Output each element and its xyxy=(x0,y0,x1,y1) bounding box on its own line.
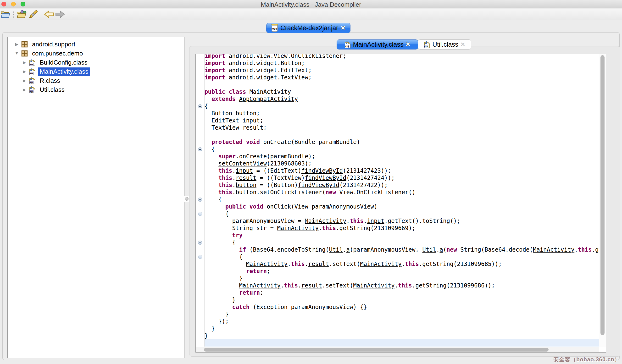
code-keyword: void xyxy=(250,203,263,210)
fold-collapse-icon[interactable] xyxy=(198,197,202,202)
fold-collapse-icon[interactable] xyxy=(198,104,202,108)
code-line: { xyxy=(196,239,599,246)
code-plain: . xyxy=(402,261,405,267)
editor-tab-util-class[interactable]: 010Util.class✕ xyxy=(418,39,471,50)
tree-item-buildconfig-class[interactable]: ▶010BuildConfig.class xyxy=(8,58,184,67)
vertical-scrollbar[interactable] xyxy=(599,54,606,347)
svg-text:010: 010 xyxy=(29,73,33,75)
code-reference-link[interactable]: input xyxy=(236,167,253,174)
code-reference-link[interactable]: result xyxy=(236,174,256,181)
toolbar-separator xyxy=(13,11,14,18)
back-button[interactable] xyxy=(43,9,55,19)
tree-item-label[interactable]: R.class xyxy=(38,77,62,85)
code-plain: . xyxy=(232,189,236,196)
tree-item-android-support[interactable]: ▶android.support xyxy=(8,40,184,49)
code-reference-link[interactable]: MainActivity xyxy=(277,225,318,231)
tree-item-r-class[interactable]: ▶010R.class xyxy=(8,76,184,85)
code-plain: . xyxy=(281,282,284,289)
code-gutter xyxy=(196,131,205,138)
code-keyword: new xyxy=(326,189,336,196)
code-reference-link[interactable]: MainActivity xyxy=(353,282,394,289)
close-tab-icon[interactable]: ✕ xyxy=(406,41,410,48)
svg-text:010: 010 xyxy=(424,45,428,48)
code-plain: android.widget.TextView; xyxy=(225,74,312,81)
fold-collapse-icon[interactable] xyxy=(198,255,202,259)
code-plain: { xyxy=(205,211,229,217)
fold-collapse-icon[interactable] xyxy=(198,212,202,216)
code-gutter xyxy=(196,325,205,332)
horizontal-scrollbar-thumb[interactable] xyxy=(204,348,548,352)
code-reference-link[interactable]: result xyxy=(301,282,322,289)
code-reference-link[interactable]: a xyxy=(346,246,350,253)
code-reference-link[interactable]: setContentView xyxy=(218,160,267,167)
code-reference-link[interactable]: result xyxy=(308,261,329,267)
split-divider-handle[interactable] xyxy=(184,196,189,202)
code-line: { xyxy=(196,103,599,110)
tree-item-label[interactable]: BuildConfig.class xyxy=(38,58,89,67)
code-plain: ; xyxy=(267,268,270,275)
code-keyword: this xyxy=(218,182,232,189)
code-reference-link[interactable]: onCreate xyxy=(239,153,267,160)
code-text: protected void onCreate(Bundle paramBund… xyxy=(205,138,599,146)
code-reference-link[interactable]: Util xyxy=(422,246,436,253)
code-plain xyxy=(205,304,232,310)
tree-item-label[interactable]: com.punsec.demo xyxy=(30,49,85,58)
code-plain: . xyxy=(232,182,236,189)
toolbar-separator xyxy=(41,11,41,18)
divider-knob-icon xyxy=(185,197,189,201)
expand-arrow-icon[interactable]: ▶ xyxy=(22,87,27,92)
code-reference-link[interactable]: findViewById xyxy=(298,182,339,189)
tree-item-com-punsec-demo[interactable]: ▼com.punsec.demo xyxy=(8,49,184,58)
fold-collapse-icon[interactable] xyxy=(198,147,202,151)
code-gutter xyxy=(196,81,205,88)
code-text: public void onClick(View paramAnonymousV… xyxy=(205,203,599,210)
code-reference-link[interactable]: input xyxy=(367,218,384,224)
code-reference-link[interactable]: button xyxy=(236,182,256,189)
code-line: return; xyxy=(196,289,599,296)
collapse-arrow-icon[interactable]: ▼ xyxy=(14,51,19,56)
fold-collapse-icon[interactable] xyxy=(198,241,202,245)
vertical-scrollbar-thumb[interactable] xyxy=(601,55,604,335)
expand-arrow-icon[interactable]: ▶ xyxy=(22,60,27,65)
tree-item-label[interactable]: android.support xyxy=(30,40,77,49)
code-plain: } xyxy=(205,332,208,339)
code-reference-link[interactable]: AppCompatActivity xyxy=(239,96,298,102)
code-plain xyxy=(246,203,249,210)
editor-tab-mainactivity-class[interactable]: 010MainActivity.class✕ xyxy=(337,39,418,50)
svg-text:010: 010 xyxy=(29,81,33,84)
horizontal-scrollbar[interactable] xyxy=(196,347,599,352)
code-reference-link[interactable]: findViewById xyxy=(305,174,346,181)
code-reference-link[interactable]: button xyxy=(236,189,256,196)
code-reference-link[interactable]: a xyxy=(440,246,443,253)
search-button[interactable] xyxy=(27,9,38,19)
expand-arrow-icon[interactable]: ▶ xyxy=(14,42,19,47)
expand-arrow-icon[interactable]: ▶ xyxy=(22,78,27,83)
close-jar-tab-icon[interactable]: ✕ xyxy=(341,25,346,31)
forward-button[interactable] xyxy=(55,9,66,19)
code-reference-link[interactable]: MainActivity xyxy=(239,282,281,289)
tree-item-mainactivity-class[interactable]: ▶010MainActivity.class xyxy=(8,67,184,76)
code-plain xyxy=(205,182,218,189)
tree-item-label[interactable]: MainActivity.class xyxy=(38,67,90,76)
code-reference-link[interactable]: MainActivity xyxy=(360,261,401,267)
open-file-button[interactable] xyxy=(0,9,11,19)
code-plain: .setText( xyxy=(322,282,353,289)
open-type-button[interactable] xyxy=(16,9,27,19)
code-reference-link[interactable]: findViewById xyxy=(301,167,343,174)
code-reference-link[interactable]: MainActivity xyxy=(246,261,287,267)
tree-item-util-class[interactable]: ▶010Util.class xyxy=(8,85,184,94)
code-text: } xyxy=(205,311,599,318)
code-reference-link[interactable]: Util xyxy=(329,246,343,253)
tree-item-label[interactable]: Util.class xyxy=(38,86,66,94)
code-plain xyxy=(205,160,218,167)
code-plain xyxy=(205,261,246,267)
code-reference-link[interactable]: MainActivity xyxy=(533,246,574,253)
code-plain: (Base64.encodeToString( xyxy=(246,246,329,253)
jar-file-tab[interactable]: 010 CrackMe-dex2jar.jar ✕ xyxy=(266,23,350,33)
code-text: { xyxy=(205,210,599,217)
code-line: Button button; xyxy=(196,110,599,117)
expand-arrow-icon[interactable]: ▶ xyxy=(22,69,27,74)
code-plain: .getString(2131099669); xyxy=(336,225,415,231)
close-tab-icon[interactable]: ✕ xyxy=(460,41,465,48)
code-reference-link[interactable]: MainActivity xyxy=(305,218,346,224)
